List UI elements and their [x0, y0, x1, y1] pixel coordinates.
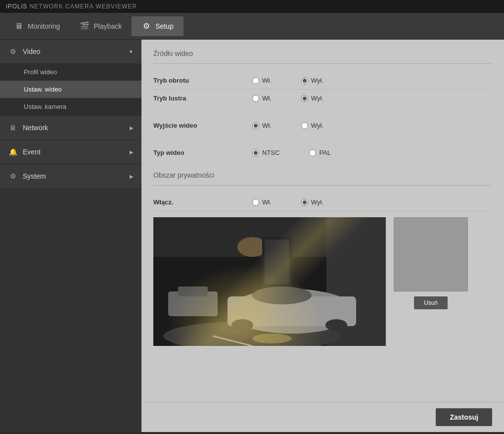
zrodlo-divider: [153, 63, 492, 64]
section-obszar-prywatnosci: Obszar prywatności Włącz. Wł. Wył.: [153, 171, 492, 346]
svg-rect-10: [168, 291, 218, 316]
camera-preview: [153, 217, 386, 346]
privacy-color-box: [394, 217, 468, 291]
wyjscie-wyl-radio[interactable]: [301, 122, 308, 129]
svg-point-7: [231, 319, 253, 331]
tryb-obrotu-wl-label: Wł.: [262, 77, 272, 84]
wyjscie-wyl-label: Wył.: [311, 122, 323, 129]
pryw-wl-label: Wł.: [262, 198, 272, 206]
section-wyjscie-wideo: Wyjście wideo Wł. Wył.: [153, 117, 492, 134]
typ-ntsc-label: NTSC: [262, 149, 279, 156]
pryw-wl-radio[interactable]: [252, 199, 259, 206]
tab-monitoring-label: Monitoring: [28, 22, 60, 30]
tryb-obrotu-wl-option[interactable]: Wł.: [252, 77, 272, 84]
tryb-lustra-wl-label: Wł.: [262, 95, 272, 102]
sidebar-header-system[interactable]: ⚙ System ▶: [0, 164, 141, 188]
svg-rect-0: [153, 217, 386, 346]
pryw-wyl-label: Wył.: [311, 198, 323, 206]
wyjscie-wl-option[interactable]: Wł.: [252, 122, 272, 129]
privacy-panel: Usuń: [394, 217, 468, 346]
row-typ-wideo: Typ wideo NTSC PAL: [153, 144, 492, 161]
svg-rect-1: [153, 217, 386, 257]
sidebar-header-network[interactable]: 🖥 Network ▶: [0, 116, 141, 140]
tryb-lustra-label: Tryb lustra: [153, 95, 252, 102]
tryb-obrotu-wyl-label: Wył.: [311, 77, 323, 84]
subtitle-label: NETWORK CAMERA WEBVIEWER: [30, 3, 137, 10]
obszar-prywatnosci-title: Obszar prywatności: [153, 171, 492, 179]
svg-point-8: [325, 319, 347, 331]
event-arrow-icon: ▶: [130, 149, 134, 155]
sidebar-section-event: 🔔 Event ▶: [0, 140, 141, 164]
row-wyjscie-wideo: Wyjście wideo Wł. Wył.: [153, 117, 492, 134]
tryb-obrotu-options: Wł. Wył.: [252, 77, 323, 84]
tryb-obrotu-label: Tryb obrotu: [153, 77, 252, 84]
svg-point-6: [252, 287, 312, 304]
sidebar-header-event-left: 🔔 Event: [8, 147, 41, 157]
sidebar-header-network-left: 🖥 Network: [8, 123, 48, 133]
wlacz-options: Wł. Wył.: [252, 198, 323, 206]
tab-setup-label: Setup: [155, 22, 174, 30]
tab-playback-label: Playback: [93, 22, 122, 30]
event-icon: 🔔: [8, 147, 18, 157]
tab-monitoring[interactable]: 🖥 Monitoring: [4, 16, 70, 36]
wyjscie-wl-label: Wł.: [262, 122, 272, 129]
section-typ-wideo: Typ wideo NTSC PAL: [153, 144, 492, 161]
wyjscie-wl-radio[interactable]: [252, 122, 259, 129]
tryb-lustra-wyl-option[interactable]: Wył.: [301, 95, 323, 102]
sidebar-item-ustaw-wideo[interactable]: Ustaw. wideo: [0, 81, 141, 98]
wyjscie-wideo-options: Wł. Wył.: [252, 122, 323, 129]
camera-image: [153, 217, 386, 346]
svg-line-14: [213, 336, 252, 346]
svg-rect-5: [228, 296, 356, 326]
sidebar-video-submenu: Profil wideo Ustaw. wideo Ustaw. kamera: [0, 63, 141, 115]
pryw-wyl-option[interactable]: Wył.: [301, 198, 323, 206]
pryw-wl-option[interactable]: Wł.: [252, 198, 272, 206]
sidebar-header-system-left: ⚙ System: [8, 171, 46, 181]
typ-pal-label: PAL: [319, 149, 331, 156]
tab-playback[interactable]: 🎬 Playback: [70, 16, 132, 36]
sidebar-network-label: Network: [23, 124, 48, 132]
svg-point-3: [163, 321, 341, 346]
tryb-obrotu-wl-radio[interactable]: [252, 77, 259, 84]
tryb-lustra-wyl-label: Wył.: [311, 95, 323, 102]
typ-pal-option[interactable]: PAL: [309, 149, 331, 156]
camera-svg: [153, 217, 386, 346]
delete-button[interactable]: Usuń: [414, 296, 448, 309]
tryb-lustra-options: Wł. Wył.: [252, 95, 323, 102]
apply-button[interactable]: Zastosuj: [436, 408, 492, 426]
row-tryb-lustra: Tryb lustra Wł. Wył.: [153, 90, 492, 107]
tryb-obrotu-wyl-option[interactable]: Wył.: [301, 77, 323, 84]
pryw-wyl-radio[interactable]: [301, 199, 308, 206]
system-arrow-icon: ▶: [130, 174, 134, 179]
wyjscie-wideo-label: Wyjście wideo: [153, 122, 252, 129]
sidebar-item-ustaw-kamera[interactable]: Ustaw. kamera: [0, 98, 141, 115]
row-tryb-obrotu: Tryb obrotu Wł. Wył.: [153, 72, 492, 90]
network-arrow-icon: ▶: [130, 125, 134, 131]
svg-point-15: [252, 334, 292, 343]
video-icon: ⚙: [8, 47, 18, 56]
row-wlacz: Włącz. Wł. Wył.: [153, 193, 492, 211]
wyjscie-wyl-option[interactable]: Wył.: [301, 122, 323, 129]
tryb-lustra-wyl-radio[interactable]: [301, 95, 308, 102]
wlacz-label: Włącz.: [153, 198, 252, 206]
typ-ntsc-option[interactable]: NTSC: [252, 149, 279, 156]
tryb-lustra-wl-radio[interactable]: [252, 95, 259, 102]
tab-setup[interactable]: ⚙ Setup: [132, 16, 183, 36]
content-area: Źródło wideo Tryb obrotu Wł. Wył.: [141, 40, 504, 402]
typ-ntsc-radio[interactable]: [252, 149, 259, 156]
video-arrow-icon: ▼: [129, 49, 134, 54]
brand-label: iPOLiS: [6, 3, 27, 10]
sidebar-item-profil-wideo[interactable]: Profil wideo: [0, 63, 141, 81]
sidebar-header-video[interactable]: ⚙ Video ▼: [0, 40, 141, 63]
svg-rect-2: [326, 217, 386, 346]
sidebar-header-event[interactable]: 🔔 Event ▶: [0, 140, 141, 164]
svg-point-4: [228, 289, 356, 334]
sidebar-section-video: ⚙ Video ▼ Profil wideo Ustaw. wideo Usta…: [0, 40, 141, 116]
main-layout: ⚙ Video ▼ Profil wideo Ustaw. wideo Usta…: [0, 40, 504, 432]
sidebar-section-system: ⚙ System ▶: [0, 164, 141, 189]
svg-rect-12: [262, 237, 292, 287]
typ-pal-radio[interactable]: [309, 149, 316, 156]
tryb-lustra-wl-option[interactable]: Wł.: [252, 95, 272, 102]
prywatnosci-divider: [153, 185, 492, 186]
tryb-obrotu-wyl-radio[interactable]: [301, 77, 308, 84]
